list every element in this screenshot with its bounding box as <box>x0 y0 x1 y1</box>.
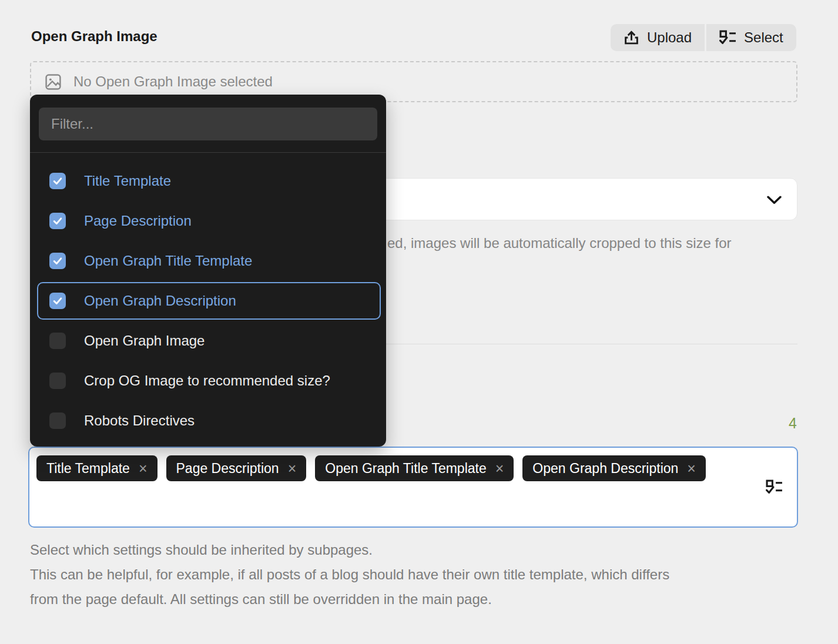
option-crop-og-image[interactable]: Crop OG Image to recommended size? <box>37 362 381 400</box>
remove-tag-button[interactable]: × <box>288 461 297 476</box>
remove-tag-button[interactable]: × <box>687 461 696 476</box>
checkbox-checked-icon[interactable] <box>49 293 66 309</box>
checklist-icon <box>719 30 736 46</box>
help-line-3: from the page default. All settings can … <box>30 587 669 612</box>
option-label: Title Template <box>84 173 171 189</box>
option-robots-directives[interactable]: Robots Directives <box>37 402 381 440</box>
select-button[interactable]: Select <box>706 24 796 51</box>
tag-chip-page-description: Page Description × <box>166 455 307 481</box>
option-label: Open Graph Image <box>84 333 205 349</box>
option-title-template[interactable]: Title Template <box>37 162 381 200</box>
chevron-down-icon <box>767 196 782 207</box>
checkbox-checked-icon[interactable] <box>49 173 66 189</box>
og-image-toolbar: Upload Select <box>611 24 796 51</box>
help-line-2: This can be helpful, for example, if all… <box>30 562 669 587</box>
checkbox-unchecked-icon[interactable] <box>49 412 66 429</box>
option-page-description[interactable]: Page Description <box>37 202 381 240</box>
tag-chip-og-description: Open Graph Description × <box>522 455 706 481</box>
option-og-description[interactable]: Open Graph Description <box>37 282 381 320</box>
option-label: Page Description <box>84 213 192 229</box>
inherit-settings-field[interactable]: Title Template × Page Description × Open… <box>28 447 798 528</box>
inherit-help-text: Select which settings should be inherite… <box>30 538 669 612</box>
option-og-title-template[interactable]: Open Graph Title Template <box>37 242 381 280</box>
tag-label: Page Description <box>176 461 279 477</box>
tag-label: Open Graph Title Template <box>325 461 486 477</box>
upload-button[interactable]: Upload <box>611 24 705 51</box>
checklist-icon[interactable] <box>766 479 783 498</box>
remove-tag-button[interactable]: × <box>495 461 504 476</box>
remove-tag-button[interactable]: × <box>139 461 148 476</box>
options-list: Title Template Page Description Open Gra… <box>30 153 386 447</box>
dropzone-text: No Open Graph Image selected <box>73 73 273 90</box>
checkbox-checked-icon[interactable] <box>49 213 66 229</box>
checkbox-unchecked-icon[interactable] <box>49 333 66 349</box>
select-button-label: Select <box>744 29 783 46</box>
seo-settings-page: Open Graph Image Upload Sele <box>0 0 838 644</box>
tag-label: Open Graph Description <box>532 461 678 477</box>
help-line-1: Select which settings should be inherite… <box>30 538 669 562</box>
option-label: Open Graph Description <box>84 293 236 309</box>
checkbox-checked-icon[interactable] <box>49 253 66 269</box>
option-label: Robots Directives <box>84 412 195 429</box>
tag-chip-title-template: Title Template × <box>36 455 157 481</box>
filter-input[interactable] <box>39 108 377 140</box>
selected-count-badge: 4 <box>726 415 797 432</box>
checkbox-unchecked-icon[interactable] <box>49 373 66 389</box>
filter-section <box>30 95 386 153</box>
option-label: Open Graph Title Template <box>84 253 252 269</box>
upload-icon <box>624 30 639 46</box>
tag-chip-og-title-template: Open Graph Title Template × <box>315 455 514 481</box>
settings-filter-dropdown: Title Template Page Description Open Gra… <box>30 95 386 447</box>
option-og-image[interactable]: Open Graph Image <box>37 322 381 360</box>
page-title: Open Graph Image <box>31 28 157 45</box>
tag-label: Title Template <box>46 461 130 477</box>
crop-hint-text: ed, images will be automatically cropped… <box>387 235 732 251</box>
image-icon <box>45 73 62 90</box>
option-label: Crop OG Image to recommended size? <box>84 373 330 389</box>
upload-button-label: Upload <box>647 29 692 46</box>
